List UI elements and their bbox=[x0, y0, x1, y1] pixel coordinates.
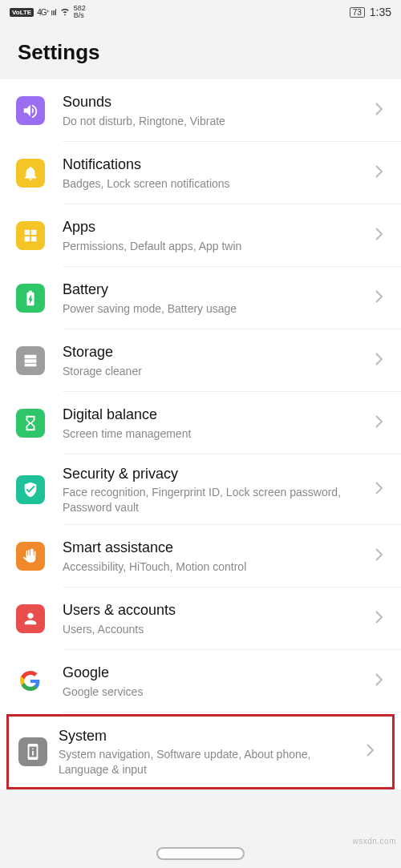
sound-icon bbox=[16, 96, 45, 125]
settings-row-smart-assistance[interactable]: Smart assistance Accessibility, HiTouch,… bbox=[0, 525, 401, 587]
settings-list: Sounds Do not disturb, Ringtone, Vibrate… bbox=[0, 79, 401, 789]
row-body: Security & privacy Face recognition, Fin… bbox=[63, 464, 371, 515]
highlighted-system-row: System System navigation, Software updat… bbox=[6, 714, 395, 789]
row-subtitle: Google services bbox=[63, 684, 371, 700]
settings-row-apps[interactable]: Apps Permissions, Default apps, App twin bbox=[0, 204, 401, 267]
row-subtitle: Badges, Lock screen notifications bbox=[63, 176, 371, 192]
status-right: 73 1:35 bbox=[350, 6, 391, 18]
battery-icon bbox=[16, 284, 45, 313]
chevron-right-icon bbox=[375, 611, 390, 627]
chevron-right-icon bbox=[375, 353, 390, 369]
row-title: System bbox=[59, 726, 362, 745]
settings-row-system[interactable]: System System navigation, Software updat… bbox=[9, 717, 392, 787]
status-left: VoLTE 4G⁺ ıııl 582B/s bbox=[10, 5, 86, 19]
settings-row-security[interactable]: Security & privacy Face recognition, Fin… bbox=[0, 454, 401, 525]
volte-badge: VoLTE bbox=[10, 8, 34, 17]
battery-indicator: 73 bbox=[350, 7, 365, 18]
row-title: Digital balance bbox=[63, 405, 371, 424]
apps-grid-icon bbox=[16, 221, 45, 250]
row-title: Sounds bbox=[63, 92, 371, 111]
chevron-right-icon bbox=[375, 548, 390, 564]
row-title: Smart assistance bbox=[63, 538, 371, 557]
row-title: Security & privacy bbox=[63, 464, 371, 483]
page-title: Settings bbox=[0, 24, 401, 79]
chevron-right-icon bbox=[375, 482, 390, 498]
wifi-icon bbox=[59, 6, 71, 19]
storage-icon bbox=[16, 346, 45, 375]
chevron-right-icon bbox=[375, 673, 390, 689]
row-body: Apps Permissions, Default apps, App twin bbox=[63, 217, 371, 253]
shield-icon bbox=[16, 475, 45, 504]
chevron-right-icon bbox=[375, 165, 390, 181]
row-body: Battery Power saving mode, Battery usage bbox=[63, 280, 371, 316]
settings-row-battery[interactable]: Battery Power saving mode, Battery usage bbox=[0, 267, 401, 329]
row-title: Storage bbox=[63, 342, 371, 361]
user-icon bbox=[16, 604, 45, 633]
row-subtitle: Storage cleaner bbox=[63, 364, 371, 379]
row-subtitle: System navigation, Software update, Abou… bbox=[59, 747, 362, 777]
settings-row-sounds[interactable]: Sounds Do not disturb, Ringtone, Vibrate bbox=[0, 79, 401, 142]
chevron-right-icon bbox=[375, 103, 390, 119]
row-title: Users & accounts bbox=[63, 600, 371, 620]
hourglass-icon bbox=[16, 409, 45, 438]
row-title: Apps bbox=[63, 217, 371, 236]
row-body: Sounds Do not disturb, Ringtone, Vibrate bbox=[63, 92, 371, 128]
row-subtitle: Accessibility, HiTouch, Motion control bbox=[63, 559, 371, 575]
chevron-right-icon bbox=[375, 290, 390, 306]
row-subtitle: Face recognition, Fingerprint ID, Lock s… bbox=[63, 485, 371, 515]
chevron-right-icon bbox=[367, 744, 381, 760]
row-title: Google bbox=[63, 663, 371, 682]
settings-row-notifications[interactable]: Notifications Badges, Lock screen notifi… bbox=[0, 142, 401, 204]
row-body: Google Google services bbox=[63, 663, 371, 699]
settings-row-storage[interactable]: Storage Storage cleaner bbox=[0, 329, 401, 392]
row-subtitle: Screen time management bbox=[63, 426, 371, 442]
chevron-right-icon bbox=[375, 415, 390, 431]
network-speed: 582B/s bbox=[74, 5, 86, 19]
clock: 1:35 bbox=[370, 6, 391, 18]
row-body: Smart assistance Accessibility, HiTouch,… bbox=[63, 538, 371, 574]
watermark: wsxdn.com bbox=[352, 837, 396, 846]
row-subtitle: Permissions, Default apps, App twin bbox=[63, 239, 371, 254]
row-subtitle: Users, Accounts bbox=[63, 622, 371, 637]
row-subtitle: Do not disturb, Ringtone, Vibrate bbox=[63, 114, 371, 129]
row-body: Users & accounts Users, Accounts bbox=[63, 600, 371, 636]
settings-row-users[interactable]: Users & accounts Users, Accounts bbox=[0, 587, 401, 650]
settings-row-google[interactable]: Google Google services bbox=[0, 650, 401, 713]
status-bar: VoLTE 4G⁺ ıııl 582B/s 73 1:35 bbox=[0, 0, 401, 24]
bell-icon bbox=[16, 159, 45, 188]
row-body: Digital balance Screen time management bbox=[63, 405, 371, 441]
chevron-right-icon bbox=[375, 228, 390, 244]
row-body: System System navigation, Software updat… bbox=[59, 726, 362, 777]
row-title: Battery bbox=[63, 280, 371, 299]
signal-indicator: 4G⁺ ıııl bbox=[37, 8, 56, 17]
row-subtitle: Power saving mode, Battery usage bbox=[63, 301, 371, 317]
phone-info-icon bbox=[18, 737, 47, 766]
row-title: Notifications bbox=[63, 155, 371, 174]
row-body: Notifications Badges, Lock screen notifi… bbox=[63, 155, 371, 191]
home-indicator[interactable] bbox=[156, 847, 245, 860]
row-body: Storage Storage cleaner bbox=[63, 342, 371, 378]
hand-icon bbox=[16, 542, 45, 571]
settings-row-digital-balance[interactable]: Digital balance Screen time management bbox=[0, 392, 401, 454]
google-icon bbox=[16, 667, 45, 696]
